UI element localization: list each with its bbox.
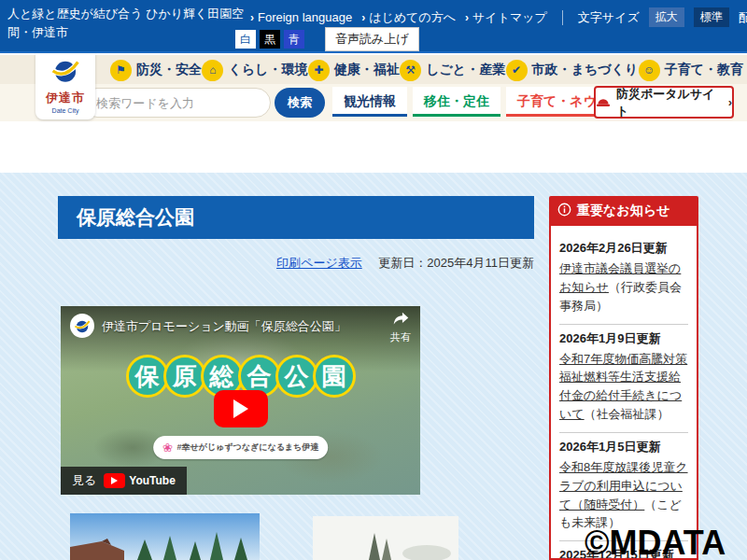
print-page-link[interactable]: 印刷ページ表示 bbox=[276, 256, 362, 270]
chevron-right-icon: › bbox=[361, 11, 365, 24]
link-foreign-language[interactable]: ›Foreign language bbox=[250, 10, 352, 24]
search-input[interactable] bbox=[82, 88, 271, 118]
color-scheme-label: 配色 bbox=[739, 9, 747, 26]
flag-icon: ⚑ bbox=[110, 60, 132, 81]
bubble-char: 保 bbox=[126, 355, 169, 398]
hashtag-badge: ❀ #幸せがじゅずつなぎになるまち伊達 bbox=[153, 436, 329, 459]
tab-kankou[interactable]: 観光情報 bbox=[332, 87, 407, 117]
nav-item-kurashi[interactable]: ⌂くらし・環境 bbox=[202, 60, 307, 81]
chevron-right-icon: › bbox=[250, 11, 254, 24]
link-sitemap[interactable]: ›サイトマップ bbox=[465, 9, 547, 26]
watermark: ©MDATA bbox=[585, 524, 726, 560]
house-icon: ⌂ bbox=[202, 60, 223, 81]
city-hall-icon: ✔ bbox=[506, 60, 528, 81]
font-size-label: 文字サイズ bbox=[578, 9, 640, 26]
share-button[interactable]: 共有 bbox=[390, 312, 411, 344]
contrast-white-button[interactable]: 白 bbox=[235, 30, 256, 49]
info-icon bbox=[557, 203, 571, 219]
child-face-icon: ☺ bbox=[639, 60, 660, 81]
chevron-right-icon: › bbox=[728, 95, 732, 109]
channel-avatar[interactable] bbox=[70, 314, 94, 338]
notice-item: 2026年2月26日更新 伊達市議会議員選挙のお知らせ（行政委員会事務局） bbox=[559, 234, 688, 325]
watch-on-youtube-button[interactable]: 見る YouTube bbox=[61, 467, 187, 495]
divider bbox=[562, 10, 563, 25]
contrast-blue-button[interactable]: 青 bbox=[284, 30, 304, 49]
date-city-webpage: 人と緑と歴史が結び合う ひかり輝く田園空間・伊達市 ›Foreign langu… bbox=[0, 0, 747, 560]
font-zoom-button[interactable]: 拡大 bbox=[649, 7, 684, 27]
nav-item-kosodate[interactable]: ☺子育て・教育 bbox=[639, 60, 743, 81]
breadcrumb-band: 現在地 トップページ ▶ 分類でさがす ▶ くらし・環境 ▶ 公共施設・交通機関… bbox=[0, 121, 747, 173]
top-utility-bar: 人と緑と歴史が結び合う ひかり輝く田園空間・伊達市 ›Foreign langu… bbox=[0, 0, 747, 53]
tab-ijuu[interactable]: 移住・定住 bbox=[413, 87, 500, 117]
city-logo[interactable]: 伊達市 Date City bbox=[35, 53, 95, 119]
city-logo-mark-icon bbox=[50, 57, 80, 89]
search-button[interactable]: 検索 bbox=[275, 88, 325, 118]
flower-logo-icon: ❀ bbox=[162, 441, 173, 455]
page-title: 保原総合公園 bbox=[58, 196, 534, 239]
work-tools-icon: ⚒ bbox=[400, 60, 421, 81]
city-name: 伊達市 bbox=[46, 90, 85, 106]
share-arrow-icon bbox=[393, 312, 409, 329]
bubble-char: 園 bbox=[313, 355, 356, 398]
link-first-time[interactable]: ›はじめての方へ bbox=[361, 9, 456, 26]
nav-item-shigoto[interactable]: ⚒しごと・産業 bbox=[400, 60, 505, 81]
city-name-en: Date City bbox=[52, 107, 79, 114]
contrast-buttons: 白 黒 青 音声読み上げ bbox=[235, 27, 419, 51]
top-links: ›Foreign language ›はじめての方へ ›サイトマップ 文字サイズ… bbox=[250, 7, 747, 27]
font-standard-button[interactable]: 標準 bbox=[694, 7, 729, 27]
park-photo bbox=[70, 513, 260, 560]
disaster-portal-button[interactable]: 防災ポータルサイト › bbox=[594, 86, 734, 119]
notice-item: 2026年1月9日更新 令和7年度物価高騰対策福祉燃料等生活支援給付金の給付手続… bbox=[559, 325, 688, 433]
bubble-char: 原 bbox=[163, 355, 206, 398]
page-meta: 印刷ページ表示 更新日：2025年4月11日更新 bbox=[58, 255, 534, 272]
notice-dept: （社会福祉課） bbox=[585, 407, 669, 421]
notices-title: 重要なお知らせ bbox=[577, 203, 669, 219]
main-navigation: ⚑防災・安全 ⌂くらし・環境 ✚健康・福祉 ⚒しごと・産業 ✔市政・まちづくり … bbox=[110, 57, 743, 83]
youtube-video-player[interactable]: 伊達市プロモーション動画「保原総合公園」 共有 保 原 総 合 公 園 ❀ #幸… bbox=[61, 306, 420, 495]
nav-item-shisei[interactable]: ✔市政・まちづくり bbox=[506, 60, 639, 81]
youtube-logo-icon: YouTube bbox=[104, 473, 176, 488]
bubble-char: 公 bbox=[275, 355, 318, 398]
park-photo-2 bbox=[313, 516, 458, 560]
siren-icon bbox=[596, 94, 611, 111]
notice-date: 2026年2月26日更新 bbox=[559, 240, 688, 257]
notice-date: 2026年1月9日更新 bbox=[559, 330, 688, 347]
quick-link-tabs: 観光情報 移住・定住 子育て・ネウボラ bbox=[332, 87, 635, 117]
medical-cross-icon: ✚ bbox=[308, 60, 330, 81]
notices-list: 2026年2月26日更新 伊達市議会議員選挙のお知らせ（行政委員会事務局） 20… bbox=[549, 226, 698, 560]
city-catchphrase: 人と緑と歴史が結び合う ひかり輝く田園空間・伊達市 bbox=[7, 5, 248, 42]
notices-header: 重要なお知らせ bbox=[549, 196, 698, 226]
updated-date: 更新日：2025年4月11日更新 bbox=[378, 256, 534, 270]
video-title[interactable]: 伊達市プロモーション動画「保原総合公園」 bbox=[102, 318, 346, 335]
text-to-speech-button[interactable]: 音声読み上げ bbox=[325, 27, 419, 51]
play-button[interactable] bbox=[214, 390, 268, 427]
contrast-black-button[interactable]: 黒 bbox=[260, 30, 280, 49]
hashtag-text: #幸せがじゅずつなぎになるまち伊達 bbox=[177, 441, 319, 454]
important-notices-panel: 重要なお知らせ 2026年2月26日更新 伊達市議会議員選挙のお知らせ（行政委員… bbox=[549, 196, 698, 560]
play-icon bbox=[233, 399, 248, 418]
nav-item-bousai[interactable]: ⚑防災・安全 bbox=[110, 60, 202, 81]
chevron-right-icon: › bbox=[465, 11, 469, 24]
nav-item-kenkou[interactable]: ✚健康・福祉 bbox=[308, 60, 400, 81]
notice-date: 2026年1月5日更新 bbox=[559, 439, 688, 455]
